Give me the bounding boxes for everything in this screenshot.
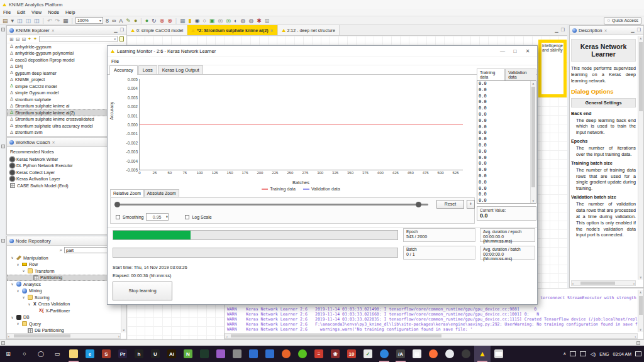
task-view-button[interactable]: ▭	[49, 346, 65, 362]
restore-view-icon[interactable]	[1, 28, 5, 31]
dialog-menu-file[interactable]: File	[111, 58, 119, 64]
collapse-icon[interactable]: ⊟	[21, 36, 26, 42]
taskbar-app-app-orange-circle[interactable]	[278, 346, 294, 362]
dialog-close-button[interactable]: ✕	[521, 48, 534, 54]
editor-tab[interactable]: 0: simple CaCO3 model	[127, 25, 187, 35]
expand-arrow-icon[interactable]: ∨	[27, 302, 31, 306]
tree-item[interactable]: X{X-Partitioner	[7, 307, 126, 314]
tools-icon[interactable]: ✱	[257, 18, 262, 24]
start-button[interactable]: ⊞	[0, 346, 16, 362]
data-value-row[interactable]: 0.0	[477, 136, 536, 143]
minimize-icon[interactable]: ▁	[114, 28, 117, 33]
taskbar-app-app-red[interactable]: S	[98, 346, 114, 362]
data-value-row[interactable]: 0.0	[477, 173, 536, 180]
comment-icon[interactable]: ▮	[189, 18, 192, 24]
workflow-annotation[interactable]: intelligenge and salinity	[538, 40, 567, 97]
tree-item[interactable]: ∨DB	[7, 314, 126, 321]
sync-icon[interactable]: ✦	[33, 36, 37, 41]
grid-icon[interactable]: ▦	[63, 18, 69, 24]
repository-hscrollbar[interactable]: ‹›	[7, 333, 121, 339]
image-icon[interactable]: ▣	[209, 18, 215, 24]
data-value-row[interactable]: 0.0	[477, 149, 536, 155]
taskbar-app-app-darkred[interactable]: ❀	[327, 346, 343, 362]
menu-view[interactable]: View	[31, 9, 42, 15]
restore-view-icon[interactable]	[1, 145, 5, 148]
taskbar-app-file-explorer[interactable]	[65, 346, 82, 362]
taskbar-app-adobe-pr[interactable]: Pr	[114, 346, 131, 362]
data-value-row[interactable]: 0.0	[477, 118, 536, 124]
close-icon[interactable]: ✕	[52, 140, 55, 145]
execute-icon[interactable]: ●	[145, 18, 148, 24]
taskbar-app-app-darkgreen[interactable]	[196, 346, 213, 362]
expand-arrow-icon[interactable]: ∨	[16, 322, 20, 326]
expand-arrow-icon[interactable]: ∨	[21, 269, 26, 273]
data-value-row[interactable]: 0.0	[477, 180, 536, 186]
new-item-icon[interactable]	[119, 36, 124, 41]
explorer-panel-header[interactable]: KNIME Explorer ✕ ▁❒	[7, 26, 126, 35]
menu-help[interactable]: Help	[65, 9, 75, 15]
taskbar-app-app-slash[interactable]: /A	[392, 346, 409, 362]
status-left-icon[interactable]	[1, 341, 5, 345]
expand-arrow-icon[interactable]: ∨	[16, 289, 20, 293]
zoom-level-combo[interactable]: 100% ▾	[75, 17, 103, 24]
stop-learning-button[interactable]: Stop learning	[113, 282, 172, 300]
description-vscrollbar[interactable]: ∧ ∨	[638, 36, 643, 280]
redo-icon[interactable]: ↷	[55, 18, 60, 24]
dialog-tab[interactable]: Loss	[138, 65, 157, 74]
clock[interactable]: 03:04 AM	[613, 352, 631, 356]
data-value-row[interactable]: 0.0	[477, 81, 536, 87]
taskbar-app-keyboard[interactable]: ⌨	[491, 346, 507, 362]
volume-icon[interactable]: ◁)	[590, 351, 596, 357]
zoom-tab[interactable]: Relative Zoom	[110, 189, 144, 197]
data-value-row[interactable]: 0.0	[477, 192, 536, 198]
expand-arrow-icon[interactable]: ∨	[10, 315, 14, 319]
search-button[interactable]: ○	[16, 346, 33, 362]
taskbar-app-app-dark-circle[interactable]	[458, 346, 474, 362]
half-icon[interactable]: ◐	[234, 18, 237, 24]
zoom-tab[interactable]: Absolute Zoom	[144, 189, 179, 197]
maximize-icon[interactable]: ❒	[120, 28, 124, 33]
menu-file[interactable]: File	[3, 9, 11, 15]
data-tab[interactable]: Training data	[477, 69, 505, 80]
new-workflow-icon[interactable]: ▤	[3, 18, 8, 24]
console-hscrollbar[interactable]: ‹›	[225, 333, 638, 339]
data-vscrollbar[interactable]: ∧ ∨	[530, 81, 536, 203]
data-tab[interactable]: Validation data	[505, 69, 536, 80]
dropdown-icon[interactable]: ▾	[11, 18, 14, 24]
save-all-icon[interactable]: ◫	[34, 18, 40, 24]
taskbar-app-app-red-box[interactable]: 10	[343, 346, 360, 362]
taskbar-app-app-blue1[interactable]	[245, 346, 262, 362]
dialog-titlebar[interactable]: Learning Monitor - 2:6 - Keras Network L…	[108, 46, 537, 57]
network-icon[interactable]	[580, 351, 586, 356]
close-icon[interactable]: ✕	[604, 28, 608, 33]
configure-icon[interactable]: ●	[134, 18, 137, 24]
taskbar-app-knime[interactable]: ▲	[474, 346, 491, 362]
save-as-icon[interactable]: ◫	[26, 18, 31, 24]
loop-icon[interactable]: ◎	[218, 18, 223, 24]
smoothing-checkbox[interactable]	[116, 215, 120, 219]
expand-arrow-icon[interactable]: ∨	[21, 295, 26, 299]
taskbar-app-edge[interactable]: e	[82, 346, 98, 362]
log-scale-checkbox[interactable]	[185, 215, 189, 219]
data-value-row[interactable]: 0.0	[477, 99, 536, 106]
data-value-row[interactable]: 0.0	[477, 161, 536, 167]
taskbar-app-app-green-ring[interactable]	[294, 346, 311, 362]
restore-view-icon[interactable]	[1, 239, 5, 243]
zoom-in-icon[interactable]: ◉	[195, 18, 200, 24]
taskbar-app-app-gray[interactable]	[229, 346, 245, 362]
expand-arrow-icon[interactable]: ∨	[10, 256, 14, 260]
editor-winbtns[interactable]: ▁❒	[555, 28, 565, 33]
taskbar-app-app-h[interactable]: h	[131, 346, 147, 362]
data-value-row[interactable]: 0.0	[477, 155, 536, 162]
spin-down-icon[interactable]: ▾	[166, 216, 167, 219]
collapse-all-icon[interactable]: ⊟	[16, 36, 20, 42]
taskbar-app-app-green[interactable]: N	[180, 346, 196, 362]
link-icon[interactable]: ∞	[112, 18, 116, 24]
data-value-row[interactable]: 0.0	[477, 106, 536, 112]
description-hscrollbar[interactable]: ‹›	[571, 280, 636, 286]
dialog-maximize-button[interactable]: □	[509, 48, 521, 54]
expand-all-icon[interactable]: ⊞	[9, 36, 14, 42]
data-value-row[interactable]: 0.0	[477, 143, 536, 149]
search-icon[interactable]: ○	[203, 18, 206, 24]
cortana-button[interactable]: ◯	[33, 346, 49, 362]
